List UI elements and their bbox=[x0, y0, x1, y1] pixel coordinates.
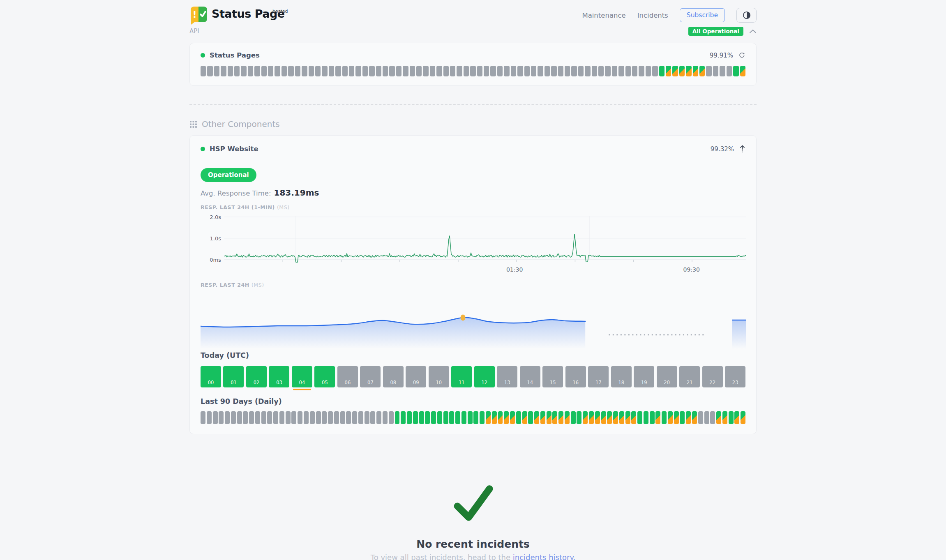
uptime-bar[interactable] bbox=[504, 411, 509, 424]
uptime-bar[interactable] bbox=[558, 411, 563, 424]
uptime-bar[interactable] bbox=[310, 411, 315, 424]
hour-block-01[interactable]: 01 bbox=[223, 366, 244, 387]
uptime-bar[interactable] bbox=[498, 411, 503, 424]
hour-block-15[interactable]: 15 bbox=[542, 366, 563, 387]
uptime-bar[interactable] bbox=[401, 411, 406, 424]
uptime-bar[interactable] bbox=[389, 66, 395, 76]
uptime-bar[interactable] bbox=[291, 411, 296, 424]
uptime-bar[interactable] bbox=[522, 411, 527, 424]
uptime-bar[interactable] bbox=[650, 411, 655, 424]
uptime-bar[interactable] bbox=[340, 411, 345, 424]
uptime-bar[interactable] bbox=[329, 66, 334, 76]
uptime-bar[interactable] bbox=[298, 411, 302, 424]
uptime-bar[interactable] bbox=[659, 66, 665, 76]
hour-block-16[interactable]: 16 bbox=[565, 366, 586, 387]
uptime-bar[interactable] bbox=[383, 66, 388, 76]
uptime-bar[interactable] bbox=[309, 66, 314, 76]
uptime-bar[interactable] bbox=[480, 411, 485, 424]
uptime-bar[interactable] bbox=[423, 66, 428, 76]
uptime-bar[interactable] bbox=[716, 411, 721, 424]
hour-block-14[interactable]: 14 bbox=[520, 366, 540, 387]
uptime-bar[interactable] bbox=[577, 411, 581, 424]
uptime-bar[interactable] bbox=[470, 66, 475, 76]
hour-block-23[interactable]: 23 bbox=[725, 366, 745, 387]
uptime-bar[interactable] bbox=[352, 411, 357, 424]
uptime-bar[interactable] bbox=[449, 411, 454, 424]
uptime-bar[interactable] bbox=[395, 411, 400, 424]
hour-block-13[interactable]: 13 bbox=[497, 366, 517, 387]
uptime-bar[interactable] bbox=[473, 411, 478, 424]
uptime-bar[interactable] bbox=[706, 66, 711, 76]
uptime-bar[interactable] bbox=[281, 66, 287, 76]
uptime-bar[interactable] bbox=[450, 66, 455, 76]
uptime-bar[interactable] bbox=[437, 411, 442, 424]
uptime-bar[interactable] bbox=[461, 411, 466, 424]
uptime-bar[interactable] bbox=[699, 66, 705, 76]
uptime-bar[interactable] bbox=[644, 411, 648, 424]
uptime-bar[interactable] bbox=[534, 411, 539, 424]
hour-block-12[interactable]: 12 bbox=[474, 366, 495, 387]
hour-block-06[interactable]: 06 bbox=[337, 366, 358, 387]
uptime-bar[interactable] bbox=[632, 66, 637, 76]
hour-block-19[interactable]: 19 bbox=[634, 366, 654, 387]
uptime-bar[interactable] bbox=[625, 411, 630, 424]
uptime-bar[interactable] bbox=[679, 66, 685, 76]
uptime-bar[interactable] bbox=[710, 411, 715, 424]
uptime-bar[interactable] bbox=[396, 66, 401, 76]
uptime-bar[interactable] bbox=[207, 66, 212, 76]
uptime-bar[interactable] bbox=[601, 411, 606, 424]
uptime-bar[interactable] bbox=[571, 66, 577, 76]
uptime-bar[interactable] bbox=[455, 411, 460, 424]
uptime-bar[interactable] bbox=[565, 66, 570, 76]
uptime-bar[interactable] bbox=[585, 66, 590, 76]
uptime-bar[interactable] bbox=[698, 411, 703, 424]
uptime-bar[interactable] bbox=[214, 66, 219, 76]
uptime-bar[interactable] bbox=[547, 411, 551, 424]
uptime-bar[interactable] bbox=[674, 411, 679, 424]
uptime-bar[interactable] bbox=[234, 66, 240, 76]
uptime-bar[interactable] bbox=[571, 411, 576, 424]
uptime-bar[interactable] bbox=[605, 66, 610, 76]
uptime-bar[interactable] bbox=[510, 411, 515, 424]
uptime-bar[interactable] bbox=[369, 66, 374, 76]
uptime-bar[interactable] bbox=[486, 411, 491, 424]
uptime-bar[interactable] bbox=[268, 66, 273, 76]
hour-block-10[interactable]: 10 bbox=[429, 366, 449, 387]
uptime-bar[interactable] bbox=[370, 411, 375, 424]
hour-block-05[interactable]: 05 bbox=[314, 366, 335, 387]
uptime-bar[interactable] bbox=[722, 411, 727, 424]
uptime-bar[interactable] bbox=[713, 66, 718, 76]
uptime-bar[interactable] bbox=[464, 66, 469, 76]
uptime-bar[interactable] bbox=[355, 66, 361, 76]
uptime-bar[interactable] bbox=[237, 411, 242, 424]
uptime-bar[interactable] bbox=[225, 411, 230, 424]
uptime-bar[interactable] bbox=[517, 66, 523, 76]
uptime-bar[interactable] bbox=[551, 66, 556, 76]
hour-block-17[interactable]: 17 bbox=[588, 366, 609, 387]
uptime-bar[interactable] bbox=[516, 411, 521, 424]
uptime-bar[interactable] bbox=[741, 411, 745, 424]
hour-block-21[interactable]: 21 bbox=[679, 366, 700, 387]
uptime-bar[interactable] bbox=[407, 411, 412, 424]
uptime-bar[interactable] bbox=[672, 66, 678, 76]
uptime-bar[interactable] bbox=[511, 66, 516, 76]
nav-maintenance[interactable]: Maintenance bbox=[582, 12, 625, 19]
uptime-bar[interactable] bbox=[497, 66, 503, 76]
uptime-bar[interactable] bbox=[315, 66, 321, 76]
uptime-bar[interactable] bbox=[358, 411, 363, 424]
uptime-bar[interactable] bbox=[528, 411, 533, 424]
uptime-bar[interactable] bbox=[376, 66, 381, 76]
uptime-bar[interactable] bbox=[267, 411, 272, 424]
uptime-bar[interactable] bbox=[201, 411, 205, 424]
uptime-bar[interactable] bbox=[431, 411, 436, 424]
uptime-bar[interactable] bbox=[468, 411, 473, 424]
uptime-bar[interactable] bbox=[540, 411, 545, 424]
uptime-bar[interactable] bbox=[304, 411, 309, 424]
uptime-bar[interactable] bbox=[383, 411, 388, 424]
uptime-bar[interactable] bbox=[740, 66, 745, 76]
hour-block-18[interactable]: 18 bbox=[611, 366, 632, 387]
uptime-bar[interactable] bbox=[403, 66, 408, 76]
hour-block-11[interactable]: 11 bbox=[451, 366, 472, 387]
uptime-bar[interactable] bbox=[477, 66, 482, 76]
uptime-bar[interactable] bbox=[334, 411, 339, 424]
